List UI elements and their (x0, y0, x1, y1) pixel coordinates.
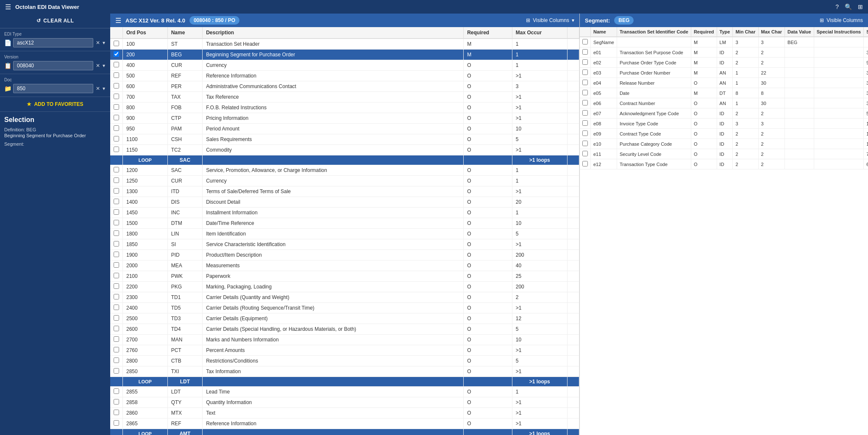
row-checkbox-cell[interactable] (110, 145, 123, 155)
right-row-checkbox[interactable] (582, 39, 588, 44)
right-table-row[interactable]: e01 Transaction Set Purpose Code M ID 2 … (580, 47, 868, 58)
row-checkbox[interactable] (114, 115, 119, 120)
table-row[interactable]: 2100 PWK Paperwork O 25 (110, 271, 579, 282)
right-row-checkbox[interactable] (582, 151, 588, 156)
right-table-row[interactable]: e12 Transaction Type Code O ID 2 2 640 (580, 159, 868, 169)
row-checkbox-cell[interactable] (110, 271, 123, 282)
row-checkbox-cell[interactable] (110, 60, 123, 71)
right-row-checkbox[interactable] (582, 100, 588, 105)
version-value[interactable]: 008040 (13, 61, 93, 70)
row-checkbox-cell[interactable] (110, 345, 123, 356)
row-checkbox-cell[interactable] (110, 50, 123, 60)
table-row[interactable]: 2700 MAN Marks and Numbers Information O… (110, 335, 579, 345)
edi-type-value[interactable]: ascX12 (13, 38, 93, 47)
version-dropdown-btn[interactable]: ▾ (102, 62, 106, 69)
table-row[interactable]: 1800 LIN Item Identification O 5 (110, 229, 579, 239)
row-checkbox[interactable] (114, 83, 119, 89)
table-row[interactable]: 1500 DTM Date/Time Reference O 10 (110, 218, 579, 229)
row-checkbox[interactable] (114, 262, 119, 268)
row-checkbox-cell[interactable] (110, 39, 123, 50)
row-checkbox[interactable] (114, 62, 119, 67)
row-checkbox-cell[interactable] (110, 282, 123, 292)
table-row[interactable]: 700 TAX Tax Reference O >1 (110, 92, 579, 103)
edi-type-clear-btn[interactable]: ✕ (95, 39, 101, 47)
right-row-checkbox-cell[interactable] (580, 98, 591, 108)
row-checkbox[interactable] (114, 399, 119, 405)
table-row[interactable]: 1900 PID Product/Item Description O 200 (110, 250, 579, 260)
row-checkbox[interactable] (114, 51, 119, 57)
row-checkbox[interactable] (114, 188, 119, 194)
center-header-badge[interactable]: 008040 : 850 / PO (189, 16, 239, 25)
row-checkbox-cell[interactable] (110, 356, 123, 366)
table-row[interactable]: 2300 TD1 Carrier Details (Quantity and W… (110, 292, 579, 303)
row-checkbox[interactable] (114, 357, 119, 363)
right-table-row[interactable]: e07 Acknowledgment Type Code O ID 2 2 58… (580, 108, 868, 119)
row-checkbox[interactable] (114, 104, 119, 110)
table-row[interactable]: 1250 CUR Currency O 1 (110, 176, 579, 186)
table-row[interactable]: LOOP LDT >1 loops (110, 377, 579, 387)
right-table-row[interactable]: SegName M LM 3 3 BEG BEG (580, 37, 868, 47)
row-checkbox[interactable] (114, 252, 119, 257)
table-row[interactable]: 900 CTP Pricing Information O >1 (110, 113, 579, 124)
version-clear-btn[interactable]: ✕ (95, 62, 101, 69)
row-checkbox-cell[interactable] (110, 324, 123, 335)
right-table-row[interactable]: e08 Invoice Type Code O ID 3 3 1019 (580, 119, 868, 129)
right-table-row[interactable]: e03 Purchase Order Number M AN 1 22 324 (580, 68, 868, 78)
right-row-checkbox-cell[interactable] (580, 129, 591, 139)
row-checkbox[interactable] (114, 420, 119, 426)
right-row-checkbox[interactable] (582, 130, 588, 136)
table-row[interactable]: 1150 TC2 Commodity O >1 (110, 145, 579, 155)
table-row[interactable]: 2200 PKG Marking, Packaging, Loading O 2… (110, 282, 579, 292)
row-checkbox[interactable] (114, 136, 119, 141)
table-row[interactable]: 2855 LDT Lead Time O 1 (110, 387, 579, 397)
row-checkbox-cell[interactable] (110, 397, 123, 408)
edi-type-dropdown-btn[interactable]: ▾ (102, 39, 106, 47)
row-checkbox[interactable] (114, 326, 119, 331)
row-checkbox[interactable] (114, 230, 119, 236)
help-icon[interactable]: ? (835, 3, 839, 10)
row-checkbox[interactable] (114, 209, 119, 215)
right-row-checkbox[interactable] (582, 59, 588, 65)
table-row[interactable]: 2800 CTB Restrictions/Conditions O 5 (110, 356, 579, 366)
right-row-checkbox[interactable] (582, 120, 588, 126)
right-row-checkbox[interactable] (582, 110, 588, 116)
row-checkbox-cell[interactable] (110, 366, 123, 377)
table-row[interactable]: 1300 ITD Terms of Sale/Deferred Terms of… (110, 186, 579, 197)
row-checkbox[interactable] (114, 241, 119, 247)
table-row[interactable]: 2400 TD5 Carrier Details (Routing Sequen… (110, 303, 579, 313)
table-row[interactable]: 1450 INC Installment Information O 1 (110, 208, 579, 218)
table-row[interactable]: 800 FOB F.O.B. Related Instructions O >1 (110, 103, 579, 113)
row-checkbox[interactable] (114, 336, 119, 342)
right-row-checkbox-cell[interactable] (580, 37, 591, 47)
right-header-badge[interactable]: BEG (614, 16, 634, 25)
table-row[interactable]: 950 PAM Period Amount O 10 (110, 124, 579, 134)
row-checkbox-cell[interactable] (110, 292, 123, 303)
right-table-row[interactable]: e02 Purchase Order Type Code M ID 2 2 92 (580, 58, 868, 68)
row-checkbox[interactable] (114, 72, 119, 78)
add-favorites-button[interactable]: ★ ADD TO FAVORITES (0, 97, 110, 112)
row-checkbox-cell[interactable] (110, 81, 123, 92)
right-table-row[interactable]: e09 Contract Type Code O ID 2 2 1166 (580, 129, 868, 139)
center-visible-columns-btn[interactable]: ⊞ Visible Columns ▾ (526, 17, 574, 23)
row-checkbox[interactable] (114, 315, 119, 321)
right-row-checkbox-cell[interactable] (580, 47, 591, 58)
row-checkbox-cell[interactable] (110, 176, 123, 186)
row-checkbox[interactable] (114, 368, 119, 374)
right-row-checkbox[interactable] (582, 49, 588, 55)
row-checkbox-cell[interactable] (110, 229, 123, 239)
row-checkbox[interactable] (114, 273, 119, 278)
row-checkbox[interactable] (114, 94, 119, 99)
row-checkbox[interactable] (114, 347, 119, 352)
right-table-row[interactable]: e10 Purchase Category Code O ID 2 2 1232 (580, 139, 868, 149)
row-checkbox-cell[interactable] (110, 103, 123, 113)
right-row-checkbox[interactable] (582, 80, 588, 85)
row-checkbox[interactable] (114, 147, 119, 152)
row-checkbox-cell[interactable] (110, 260, 123, 271)
right-visible-columns-btn[interactable]: ⊞ Visible Columns (820, 17, 863, 23)
row-checkbox-cell[interactable] (110, 408, 123, 418)
row-checkbox-cell[interactable] (110, 208, 123, 218)
row-checkbox[interactable] (114, 410, 119, 415)
table-row[interactable]: 2860 MTX Text O >1 (110, 408, 579, 418)
right-row-checkbox-cell[interactable] (580, 58, 591, 68)
right-table-row[interactable]: e04 Release Number O AN 1 30 328 (580, 78, 868, 88)
